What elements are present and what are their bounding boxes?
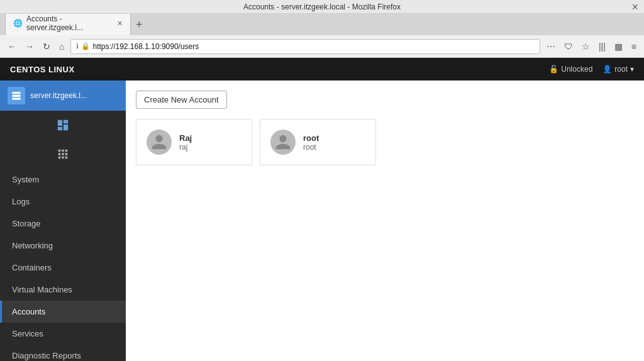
account-info-raj: Raj raj [179,133,192,152]
account-card-root[interactable]: root root [260,119,376,165]
server-label: server.itzgeek.l... [30,91,87,100]
app-logo: CENTOS LINUX [10,65,75,74]
sidebar-button[interactable]: ▦ [612,40,625,53]
lock-icon: ℹ [76,42,79,50]
user-icon: 👤 [602,65,612,74]
svg-rect-1 [12,95,20,97]
reader-button[interactable]: ||| [596,40,608,53]
user-dropdown-icon: ▾ [630,65,634,74]
reload-button[interactable]: ↻ [40,40,53,53]
accounts-grid: Raj raj root root [136,119,634,165]
svg-rect-2 [12,97,20,99]
sidebar: server.itzgeek.l... SystemLogsStorageNet… [0,81,126,361]
back-button[interactable]: ← [5,40,19,53]
browser-tabs: 🌐 Accounts - server.itzgeek.l... ✕ + [0,14,644,35]
new-tab-button[interactable]: + [133,18,145,31]
sidebar-nav: SystemLogsStorageNetworkingContainersVir… [0,169,126,361]
browser-titlebar: Accounts - server.itzgeek.local - Mozill… [0,0,644,14]
lock-status-icon: 🔓 [549,65,558,74]
bookmark-button[interactable]: ☆ [579,40,592,53]
unlocked-status[interactable]: 🔓 Unlocked [549,65,592,74]
home-button[interactable]: ⌂ [57,40,67,53]
browser-title: Accounts - server.itzgeek.local - Mozill… [243,3,401,11]
browser-close-button[interactable]: ✕ [631,2,639,12]
account-username-root: root [303,143,319,152]
content-area: Create New Account Raj raj root root [126,81,644,361]
active-tab[interactable]: 🌐 Accounts - server.itzgeek.l... ✕ [5,11,131,35]
account-info-root: root root [303,133,319,152]
sidebar-item-accounts[interactable]: Accounts [0,301,126,323]
sidebar-dashboard-icon[interactable] [0,111,126,140]
sidebar-item-storage[interactable]: Storage [0,213,126,235]
browser-addressbar: ← → ↻ ⌂ ℹ 🔒 https://192.168.1.10:9090/us… [0,35,644,58]
account-username-raj: raj [179,143,192,152]
sidebar-item-services[interactable]: Services [0,323,126,345]
lock-status-label: Unlocked [561,65,592,74]
main-layout: server.itzgeek.l... SystemLogsStorageNet… [0,81,644,361]
topbar-right: 🔓 Unlocked 👤 root ▾ [549,65,634,74]
sidebar-server-item[interactable]: server.itzgeek.l... [0,81,126,111]
account-avatar-raj [147,130,172,155]
account-card-raj[interactable]: Raj raj [136,119,252,165]
account-name-root: root [303,133,319,143]
sidebar-item-system[interactable]: System [0,169,126,191]
sidebar-item-networking[interactable]: Networking [0,235,126,257]
app-container: CENTOS LINUX 🔓 Unlocked 👤 root ▾ [0,58,644,361]
svg-rect-0 [12,92,20,94]
secure-icon: 🔒 [81,42,90,50]
more-button[interactable]: ≡ [629,40,639,53]
sidebar-item-virtual-machines[interactable]: Virtual Machines [0,279,126,301]
sidebar-item-logs[interactable]: Logs [0,191,126,213]
user-label: root [614,65,628,74]
create-account-button[interactable]: Create New Account [136,91,227,109]
shield-button[interactable]: 🛡 [562,40,575,53]
address-text: https://192.168.1.10:9090/users [92,42,199,51]
tab-close-button[interactable]: ✕ [117,19,123,28]
user-menu[interactable]: 👤 root ▾ [602,65,634,74]
account-avatar-root [270,130,296,155]
sidebar-apps-icon[interactable] [0,140,126,169]
forward-button[interactable]: → [23,40,36,53]
menu-dots-button[interactable]: ⋯ [544,40,558,53]
tab-label: Accounts - server.itzgeek.l... [26,14,113,32]
sidebar-item-diagnostic-reports[interactable]: Diagnostic Reports [0,345,126,361]
sidebar-item-containers[interactable]: Containers [0,257,126,279]
topbar: CENTOS LINUX 🔓 Unlocked 👤 root ▾ [0,58,644,81]
server-icon [8,87,25,104]
address-bar[interactable]: ℹ 🔒 https://192.168.1.10:9090/users [70,39,540,54]
account-name-raj: Raj [179,133,192,143]
tab-favicon: 🌐 [13,19,23,28]
